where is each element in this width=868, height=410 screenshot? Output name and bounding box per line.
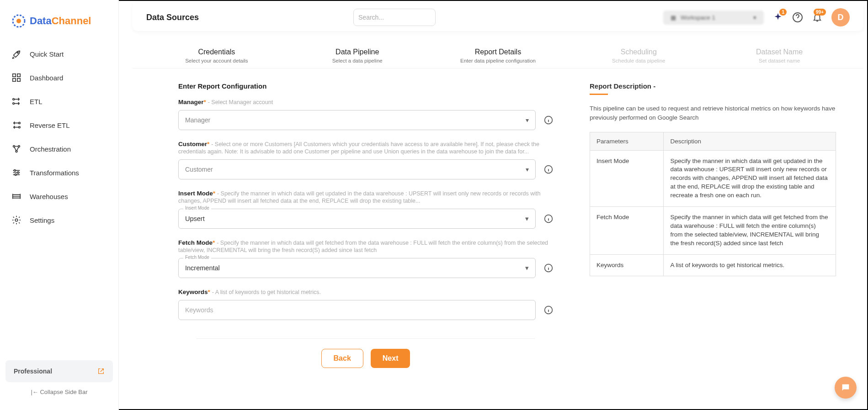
insert-mode-label: Insert Mode* [178, 190, 215, 197]
svg-point-7 [13, 99, 15, 100]
sidebar: DataChannel Quick Start Dashboard ETL Re… [0, 0, 119, 410]
keywords-input[interactable] [178, 300, 536, 320]
back-button[interactable]: Back [321, 349, 363, 368]
table-row: Fetch Mode Specify the manner in which d… [590, 206, 836, 254]
bell-badge: 99+ [814, 9, 826, 16]
header: Data Sources ▦ Workspace 1 ▾ 1 99+ D [133, 4, 863, 31]
svg-point-2 [17, 52, 18, 53]
table-row: Keywords A list of keywords to get histo… [590, 254, 836, 276]
sidebar-item-transformations[interactable]: Transformations [0, 161, 118, 184]
customer-select[interactable]: Customer ▾ [178, 159, 536, 179]
sidebar-item-orchestration[interactable]: Orchestration [0, 137, 118, 161]
etl-icon [11, 96, 21, 106]
info-icon[interactable] [544, 116, 553, 125]
step-credentials[interactable]: Credentials Select your account details [146, 48, 287, 63]
search-input[interactable] [353, 9, 436, 26]
svg-point-10 [19, 126, 21, 128]
gear-icon [11, 215, 21, 225]
logo-icon [11, 14, 26, 28]
info-icon[interactable] [544, 305, 553, 315]
step-data-pipeline[interactable]: Data Pipeline Select a data pipeline [287, 48, 428, 63]
table-header: Parameters [590, 132, 664, 150]
manager-label: Manager* [178, 99, 206, 105]
chat-button[interactable] [835, 377, 857, 399]
keywords-hint: - A list of keywords to get historical m… [212, 289, 321, 295]
orchestration-icon [11, 144, 21, 154]
svg-point-11 [13, 146, 15, 147]
transformations-icon [11, 168, 21, 178]
sidebar-item-warehouses[interactable]: Warehouses [0, 184, 118, 208]
svg-point-9 [19, 122, 21, 124]
keywords-label: Keywords* [178, 289, 210, 295]
step-scheduling[interactable]: Scheduling Schedule data pipeline [568, 48, 709, 63]
svg-point-1 [16, 19, 21, 23]
svg-point-13 [16, 151, 17, 152]
info-icon[interactable] [544, 263, 553, 273]
svg-rect-6 [17, 79, 20, 81]
fetch-mode-select[interactable]: Fetch Mode Incremental ▾ [178, 258, 536, 278]
help-button[interactable] [792, 12, 803, 23]
sparkle-badge: 1 [779, 9, 787, 16]
fetch-mode-label: Fetch Mode* [178, 239, 215, 246]
report-description-text: This pipeline can be used to request and… [590, 104, 836, 123]
svg-point-17 [15, 219, 18, 221]
table-row: Insert Mode Specify the manner in which … [590, 150, 836, 206]
svg-rect-3 [13, 74, 16, 77]
collapse-sidebar[interactable]: |← Collapse Side Bar [5, 382, 113, 405]
fetch-mode-hint: - Specify the manner in which data will … [178, 240, 548, 253]
customer-label: Customer* [178, 141, 209, 147]
chevron-down-icon: ▾ [525, 264, 529, 272]
main-content: Credentials Select your account details … [133, 39, 863, 410]
logo-text: DataChannel [30, 15, 91, 27]
svg-point-15 [17, 172, 19, 173]
insert-mode-select[interactable]: Insert Mode Upsert ▾ [178, 209, 536, 229]
chevron-down-icon: ▾ [753, 14, 756, 21]
svg-point-8 [13, 103, 15, 105]
logo[interactable]: DataChannel [0, 0, 118, 37]
svg-point-16 [15, 174, 16, 176]
step-dataset-name[interactable]: Dataset Name Set dataset name [709, 48, 850, 63]
table-header: Description [664, 132, 836, 150]
rocket-icon [11, 49, 21, 59]
keywords-field[interactable] [185, 306, 529, 314]
info-icon[interactable] [544, 214, 553, 223]
step-report-details[interactable]: Report Details Enter data pipeline confi… [428, 48, 569, 63]
manager-select[interactable]: Manager ▾ [178, 110, 536, 130]
help-icon [792, 12, 803, 23]
sidebar-item-reverse-etl[interactable]: Reverse ETL [0, 113, 118, 137]
report-description-heading: Report Description - [590, 82, 836, 90]
sparkle-button[interactable]: 1 [773, 12, 783, 22]
sidebar-item-label: Warehouses [30, 193, 68, 200]
svg-point-14 [14, 170, 16, 172]
parameters-table: Parameters Description Insert Mode Speci… [590, 132, 836, 277]
sidebar-item-label: Quick Start [30, 50, 64, 58]
sidebar-item-etl[interactable]: ETL [0, 89, 118, 113]
chevron-down-icon: ▾ [526, 166, 529, 173]
sidebar-item-label: Reverse ETL [30, 121, 70, 129]
manager-hint: - Select Manager account [208, 99, 273, 105]
warehouse-icon [11, 191, 21, 201]
sidebar-item-settings[interactable]: Settings [0, 208, 118, 232]
dashboard-icon [11, 73, 21, 83]
sidebar-item-quickstart[interactable]: Quick Start [0, 42, 118, 66]
accent-bar [590, 94, 608, 95]
sidebar-item-label: Transformations [30, 169, 79, 177]
stepper: Credentials Select your account details … [133, 39, 863, 68]
chat-icon [841, 383, 851, 393]
chevron-down-icon: ▾ [525, 215, 529, 222]
svg-rect-4 [17, 74, 20, 77]
sidebar-item-label: ETL [30, 98, 43, 105]
plan-box[interactable]: Professional [5, 360, 113, 382]
notifications-button[interactable]: 99+ [812, 12, 822, 22]
page-title: Data Sources [146, 13, 199, 22]
search-field[interactable] [358, 14, 438, 21]
next-button[interactable]: Next [371, 349, 410, 368]
avatar[interactable]: D [831, 8, 850, 26]
external-link-icon [97, 368, 105, 375]
svg-point-12 [18, 146, 20, 147]
reverse-etl-icon [11, 120, 21, 130]
chevron-down-icon: ▾ [526, 116, 529, 124]
workspace-selector[interactable]: ▦ Workspace 1 ▾ [663, 11, 764, 25]
sidebar-item-dashboard[interactable]: Dashboard [0, 66, 118, 89]
info-icon[interactable] [544, 165, 553, 174]
